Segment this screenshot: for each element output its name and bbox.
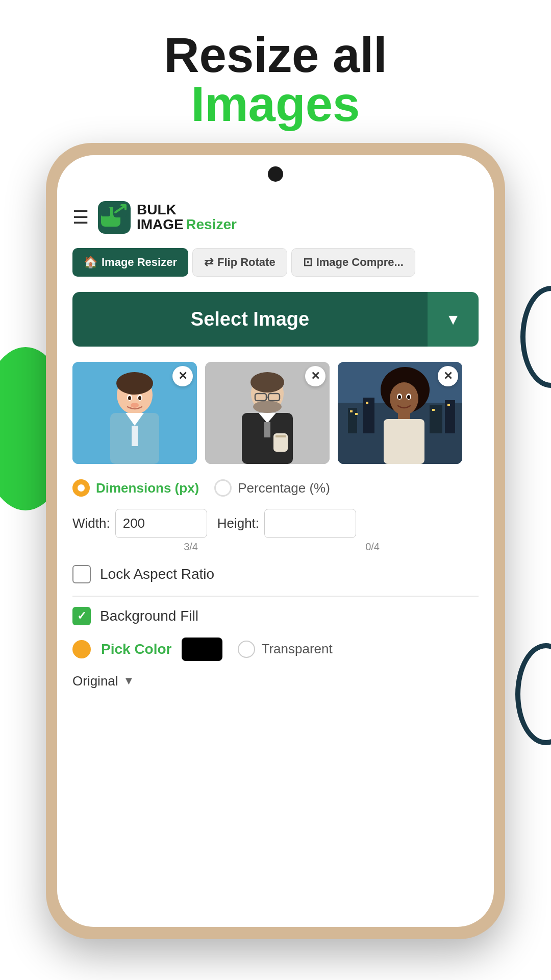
background-fill-checkbox[interactable]: ✓ [72, 607, 91, 625]
pick-color-row: Pick Color Transparent [72, 638, 479, 661]
original-dropdown[interactable]: Original ▼ [72, 673, 479, 689]
thumbnail-1-close[interactable]: ✕ [172, 366, 193, 386]
tab-image-compress-label: Image Compre... [316, 256, 404, 269]
logo-text: BULK IMAGE Resizer [137, 203, 237, 233]
decorative-teal-arc-bottom [515, 643, 551, 745]
radio-percent-circle [214, 479, 232, 497]
app-content: ☰ BULK [57, 191, 494, 927]
thumbnail-2-close[interactable]: ✕ [305, 366, 325, 386]
header-title-line2: Images [0, 80, 551, 129]
logo-image: IMAGE [137, 216, 184, 232]
checkmark-icon: ✓ [77, 609, 86, 623]
thumbnail-1: ✕ [72, 362, 197, 464]
camera-notch [268, 166, 283, 182]
tab-flip-rotate[interactable]: ⇄ Flip Rotate [192, 248, 287, 277]
radio-px-label: Dimensions (px) [96, 480, 199, 496]
radio-dimensions-px[interactable]: Dimensions (px) [72, 479, 199, 497]
svg-point-45 [407, 395, 410, 399]
svg-point-6 [116, 372, 153, 395]
home-icon: 🏠 [84, 256, 97, 269]
svg-point-39 [390, 382, 418, 415]
original-dropdown-chevron-icon: ▼ [123, 674, 135, 688]
svg-point-17 [251, 372, 284, 393]
radio-px-inner [78, 484, 85, 492]
color-swatch[interactable] [182, 638, 222, 661]
radio-px-circle [72, 479, 90, 497]
original-label: Original [72, 673, 118, 689]
svg-rect-31 [430, 405, 442, 433]
width-label: Width: [72, 516, 110, 531]
dimensions-row: Width: Height: [72, 509, 479, 538]
tab-image-resizer[interactable]: 🏠 Image Resizer [72, 248, 188, 277]
decorative-teal-arc-top [520, 286, 551, 388]
counters-row: 3/4 0/4 [72, 541, 479, 553]
svg-rect-33 [350, 410, 353, 412]
lock-aspect-row[interactable]: Lock Aspect Ratio [72, 565, 479, 583]
tab-image-resizer-label: Image Resizer [102, 256, 177, 269]
thumbnail-2: ✕ [205, 362, 330, 464]
svg-rect-24 [264, 422, 270, 437]
svg-point-13 [138, 396, 141, 400]
width-input[interactable] [115, 509, 207, 538]
radio-percentage[interactable]: Percentage (%) [214, 479, 330, 497]
phone-wrapper: ☰ BULK [46, 143, 505, 939]
svg-rect-1 [101, 207, 110, 216]
height-counter: 0/4 [365, 541, 380, 552]
pick-color-radio[interactable] [72, 640, 91, 658]
width-group: Width: [72, 509, 207, 538]
app-header: ☰ BULK [72, 191, 479, 239]
svg-rect-9 [132, 426, 138, 446]
divider-1 [72, 596, 479, 597]
background-fill-row[interactable]: ✓ Background Fill [72, 607, 479, 625]
transparent-option[interactable]: Transparent [238, 641, 332, 658]
thumbnails-row: ✕ [72, 362, 479, 464]
logo-svg [99, 202, 130, 233]
select-image-row: Select Image ▼ [72, 292, 479, 347]
logo-bulk: BULK [137, 202, 177, 217]
hamburger-icon[interactable]: ☰ [72, 207, 89, 228]
tab-image-compress[interactable]: ⊡ Image Compre... [291, 248, 415, 277]
svg-rect-41 [384, 419, 424, 464]
phone-screen: ☰ BULK [57, 155, 494, 927]
svg-rect-36 [432, 409, 435, 411]
compress-icon: ⊡ [303, 256, 312, 269]
select-image-dropdown[interactable]: ▼ [428, 292, 479, 347]
height-label: Height: [217, 516, 259, 531]
svg-rect-35 [366, 402, 368, 404]
svg-rect-26 [276, 435, 286, 437]
svg-point-12 [128, 396, 131, 400]
svg-rect-37 [447, 404, 450, 406]
svg-point-14 [131, 403, 139, 408]
flip-icon: ⇄ [204, 256, 213, 269]
tabs-container: 🏠 Image Resizer ⇄ Flip Rotate ⊡ Image Co… [72, 248, 479, 277]
thumbnail-3: ✕ [338, 362, 462, 464]
svg-point-18 [253, 401, 282, 413]
dimension-options: Dimensions (px) Percentage (%) [72, 479, 479, 497]
logo-icon [98, 201, 131, 234]
svg-rect-34 [355, 413, 358, 415]
lock-aspect-checkbox[interactable] [72, 565, 91, 583]
tab-flip-rotate-label: Flip Rotate [217, 256, 276, 269]
thumbnail-3-close[interactable]: ✕ [438, 366, 458, 386]
svg-point-44 [398, 395, 401, 399]
height-group: Height: [217, 509, 356, 538]
header-section: Resize all Images [0, 31, 551, 129]
header-title-line1: Resize all [0, 31, 551, 80]
transparent-radio[interactable] [238, 641, 255, 658]
height-input[interactable] [264, 509, 356, 538]
radio-percent-label: Percentage (%) [238, 480, 330, 496]
svg-rect-30 [363, 398, 374, 433]
background-fill-label: Background Fill [100, 608, 198, 624]
select-image-button[interactable]: Select Image [72, 292, 428, 347]
pick-color-label: Pick Color [101, 641, 171, 657]
lock-aspect-label: Lock Aspect Ratio [100, 566, 214, 582]
logo-resizer: Resizer [186, 216, 237, 232]
transparent-label: Transparent [261, 641, 332, 657]
width-counter: 3/4 [184, 541, 198, 552]
logo-wrapper: BULK IMAGE Resizer [98, 201, 237, 234]
dropdown-arrow-icon: ▼ [445, 311, 461, 328]
